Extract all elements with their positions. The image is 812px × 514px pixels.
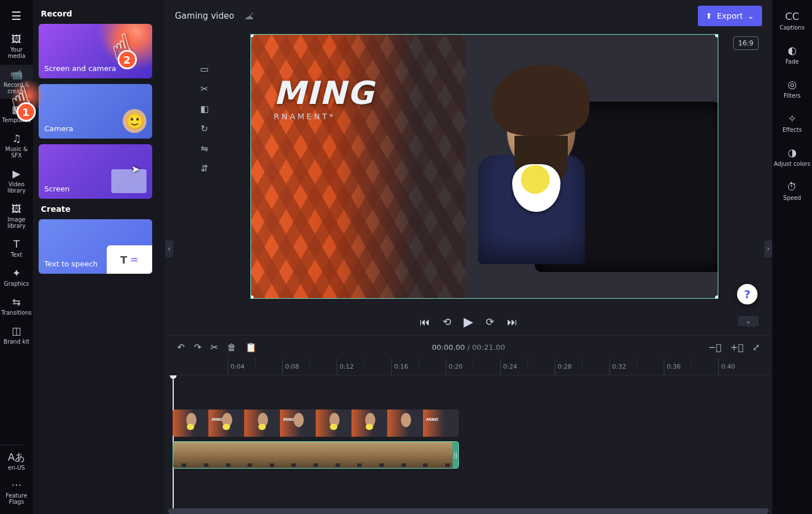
collapse-panel-right[interactable]: › bbox=[764, 240, 772, 257]
tool-fit[interactable]: ▭ bbox=[196, 64, 212, 74]
tool-flip-h[interactable]: ⇋ bbox=[196, 143, 212, 154]
playback-current: 00:00.00 bbox=[432, 343, 465, 352]
tile-label: Screen and camera bbox=[44, 64, 116, 73]
prop-speed[interactable]: ⏱ Speed bbox=[772, 175, 812, 207]
rail-label: Feature Flags bbox=[1, 492, 32, 505]
section-title-create: Create bbox=[41, 204, 157, 214]
rail-label: Record & create bbox=[1, 82, 32, 94]
tool-crop[interactable]: ✂ bbox=[196, 83, 212, 94]
prop-adjust-colors[interactable]: ◑ Adjust colors bbox=[772, 141, 812, 173]
section-title-record: Record bbox=[41, 9, 157, 18]
rail-label: Templates bbox=[2, 117, 31, 123]
prop-label: Fade bbox=[785, 58, 798, 65]
video-icon: ▶ bbox=[12, 169, 20, 179]
rail-your-media[interactable]: 🖼 Your media bbox=[0, 30, 33, 64]
fade-icon: ◐ bbox=[788, 44, 797, 56]
selection-handle[interactable] bbox=[715, 295, 718, 299]
ruler-mark: 0:16 bbox=[391, 358, 408, 375]
rail-label: Your media bbox=[1, 47, 32, 59]
preview-canvas[interactable]: MING RNAMENT* bbox=[250, 34, 718, 299]
rail-label: Video library bbox=[1, 181, 32, 194]
canvas-tools: ▭ ✂ ◧ ↻ ⇋ ⇵ bbox=[196, 64, 212, 174]
rail-text[interactable]: T Text bbox=[0, 235, 33, 262]
upload-icon: ⬆ bbox=[706, 11, 713, 20]
screen-thumb bbox=[111, 169, 147, 193]
rail-video-library[interactable]: ▶ Video library bbox=[0, 164, 33, 198]
rail-label: en-US bbox=[8, 465, 25, 471]
track-clip-2-selected[interactable]: || || bbox=[173, 441, 459, 469]
split-button[interactable]: ✂ bbox=[211, 342, 218, 353]
right-rail: › CC Captions ◐ Fade ◎ Filters ✧ Effects… bbox=[772, 0, 812, 514]
ruler-mark: 0:08 bbox=[282, 358, 299, 375]
preview-logo-sub: RNAMENT* bbox=[274, 112, 336, 121]
timeline-scrollbar[interactable] bbox=[168, 508, 769, 514]
record-create-panel: Record Screen and camera Camera 🙂 Screen… bbox=[33, 0, 165, 514]
ruler-mark: 0:24 bbox=[500, 358, 517, 375]
tool-rotate[interactable]: ↻ bbox=[196, 123, 212, 134]
rail-label: Image library bbox=[1, 216, 32, 229]
tile-label: Text to speech bbox=[44, 260, 98, 268]
timeline-ruler[interactable]: 0:04 0:08 0:12 0:16 0:20 0:24 0:28 0:32 … bbox=[168, 358, 769, 375]
help-button[interactable]: ? bbox=[737, 284, 757, 304]
media-icon: 🖼 bbox=[11, 34, 22, 44]
tile-screen-and-camera[interactable]: Screen and camera bbox=[39, 24, 152, 78]
export-button[interactable]: ⬆ Export ⌄ bbox=[698, 6, 762, 26]
tile-screen[interactable]: Screen ➤ bbox=[39, 144, 152, 199]
main-stage: ‹ Gaming video ☁̸ ⬆ Export ⌄ 16:9 ▭ ✂ ◧ … bbox=[165, 0, 772, 514]
prop-filters[interactable]: ◎ Filters bbox=[772, 73, 812, 105]
menu-button[interactable]: ☰ bbox=[0, 3, 33, 28]
redo-button[interactable]: ↷ bbox=[194, 342, 201, 353]
effects-icon: ✧ bbox=[788, 112, 796, 124]
track-clip-1[interactable]: MING MING MING bbox=[173, 409, 459, 437]
prop-captions[interactable]: CC Captions bbox=[772, 5, 812, 36]
rewind-button[interactable]: ⟲ bbox=[442, 316, 451, 328]
clip-trim-right[interactable]: || bbox=[453, 442, 458, 468]
speed-icon: ⏱ bbox=[787, 181, 797, 193]
zoom-fit-button[interactable]: ⤢ bbox=[752, 342, 760, 353]
skip-forward-button[interactable]: ⏭ bbox=[507, 316, 517, 328]
cloud-sync-off-icon[interactable]: ☁̸ bbox=[244, 11, 253, 22]
rail-graphics[interactable]: ✦ Graphics bbox=[0, 264, 33, 291]
transitions-icon: ⇆ bbox=[12, 297, 20, 307]
zoom-in-button[interactable]: +⃝ bbox=[730, 342, 743, 353]
captions-icon: CC bbox=[785, 10, 799, 22]
tile-text-to-speech[interactable]: Text to speech T ♒ bbox=[39, 219, 152, 274]
tile-camera[interactable]: Camera 🙂 bbox=[39, 84, 152, 139]
duplicate-button[interactable]: 📋 bbox=[245, 342, 257, 353]
rail-language[interactable]: Aあ en-US bbox=[0, 448, 33, 475]
facecam-thumb: 🙂 bbox=[123, 109, 147, 133]
rail-image-library[interactable]: 🖼 Image library bbox=[0, 199, 33, 233]
ruler-mark: 0:12 bbox=[337, 358, 354, 375]
tool-pip[interactable]: ◧ bbox=[196, 103, 212, 114]
collapse-timeline-toggle[interactable]: ⌄ bbox=[738, 316, 759, 326]
prop-effects[interactable]: ✧ Effects bbox=[772, 107, 812, 139]
rail-brand-kit[interactable]: ◫ Brand kit bbox=[0, 321, 33, 349]
zoom-out-button[interactable]: −⃝ bbox=[708, 342, 721, 353]
preview-logo-text: MING bbox=[274, 74, 374, 111]
ruler-mark: 0:36 bbox=[664, 358, 681, 375]
delete-button[interactable]: 🗑 bbox=[227, 342, 236, 353]
rail-templates[interactable]: ▦ Templates bbox=[0, 100, 33, 128]
rail-feature-flags[interactable]: ⋯ Feature Flags bbox=[0, 475, 33, 509]
timeline-tracks[interactable]: MING MING MING || || bbox=[168, 375, 769, 508]
rail-music-sfx[interactable]: ♫ Music & SFX bbox=[0, 129, 33, 163]
tool-flip-v[interactable]: ⇵ bbox=[196, 163, 212, 174]
prop-label: Filters bbox=[784, 93, 801, 99]
topbar: Gaming video ☁̸ ⬆ Export ⌄ bbox=[165, 0, 772, 32]
project-name[interactable]: Gaming video bbox=[175, 11, 234, 21]
rail-label: Text bbox=[11, 252, 22, 258]
prop-fade[interactable]: ◐ Fade bbox=[772, 39, 812, 70]
ruler-mark: 0:20 bbox=[446, 358, 463, 375]
rail-transitions[interactable]: ⇆ Transitions bbox=[0, 292, 33, 320]
export-label: Export bbox=[717, 11, 743, 20]
timeline: ↶ ↷ ✂ 🗑 📋 00:00.00 / 00:21.00 −⃝ +⃝ ⤢ 0:… bbox=[168, 335, 769, 514]
brandkit-icon: ◫ bbox=[11, 326, 21, 336]
play-button[interactable]: ▶ bbox=[464, 315, 474, 329]
templates-icon: ▦ bbox=[11, 105, 21, 115]
rail-record-create[interactable]: 📹 Record & create bbox=[0, 65, 33, 99]
forward-button[interactable]: ⟳ bbox=[485, 316, 494, 328]
undo-button[interactable]: ↶ bbox=[177, 342, 185, 353]
skip-back-button[interactable]: ⏮ bbox=[420, 316, 430, 328]
image-icon: 🖼 bbox=[11, 204, 22, 214]
left-rail: ☰ 🖼 Your media 📹 Record & create ▦ Templ… bbox=[0, 0, 33, 514]
